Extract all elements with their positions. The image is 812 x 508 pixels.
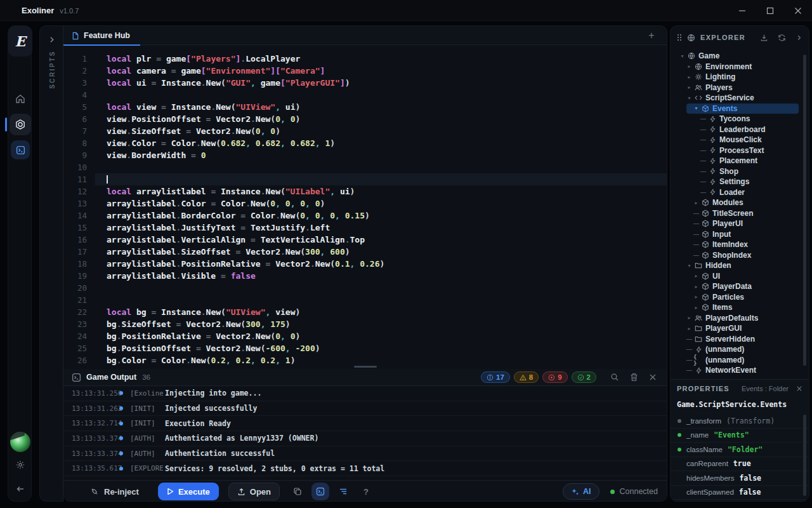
reinject-button[interactable]: Re-inject [90,487,139,497]
code-line[interactable]: 25bg.PositionOffset = Vector2.New(-600, … [63,342,667,354]
console-icon[interactable] [11,140,30,159]
close-output-icon[interactable] [649,373,657,381]
tree-item-lighting[interactable]: ▸Lighting [671,72,809,83]
tree-item-mouseclick[interactable]: —MouseClick [671,135,809,145]
code-line[interactable]: 26bg.Color = Color.New(0.2, 0.2, 0.2, 1) [63,354,667,366]
log-row[interactable]: 13:13:32.714[INIT]Execution Ready [63,416,667,431]
code-line[interactable]: 24bg.PositionRelative = Vector2.New(0, 0… [63,330,667,342]
code-line[interactable]: 8view.Color = Color.New(0.682, 0.682, 0.… [63,137,667,149]
open-button[interactable]: Open [228,483,280,500]
code-line[interactable]: 10 [63,161,667,173]
collapse-panel-icon[interactable] [796,34,802,41]
chevron-right-icon[interactable]: ▸ [692,305,700,311]
avatar[interactable] [10,432,30,452]
code-line[interactable]: 4 [63,89,667,101]
log-row[interactable]: 13:13:33.374[AUTH]Authenticated as Lenny… [63,431,667,446]
tree-item--unnamed-[interactable]: —{ }(unnamed) [671,355,809,366]
code-line[interactable]: 14arraylistlabel.BorderColor = Color.New… [63,210,667,222]
tree-item-scriptservice[interactable]: ▾ScriptService [671,93,809,104]
property-row-name[interactable]: _name"Events" [671,429,809,443]
tree-item-tycoons[interactable]: —Tycoons [671,114,809,124]
properties-scrollbar[interactable] [803,415,806,496]
log-list-icon[interactable] [334,483,352,500]
tree-item-events[interactable]: ▾Events [671,104,809,114]
close-button[interactable] [784,0,812,21]
code-line[interactable]: 19arraylistlabel.Visible = false [63,270,667,282]
tab-feature-hub[interactable]: Feature Hub [63,26,140,45]
code-line[interactable]: 13arraylistlabel.Color = Color.New(0, 0,… [63,197,667,210]
tree-item-shopindex[interactable]: —ShopIndex [671,250,809,261]
tree-item-loader[interactable]: —Loader [671,187,809,198]
code-line[interactable]: 3local ui = Instance.New("GUI", game["Pl… [63,77,667,89]
home-icon[interactable] [8,93,32,105]
chevron-down-icon[interactable]: ▾ [685,263,693,269]
tree-item-playerdata[interactable]: ▸PlayerData [671,281,809,292]
executor-icon[interactable] [10,114,31,135]
help-icon[interactable]: ? [357,483,375,500]
tree-item-settings[interactable]: —Settings [671,177,809,187]
tree-item-playergui[interactable]: ▸PlayerGUI [671,323,809,334]
property-row-transform[interactable]: _transform(Transform) [671,414,809,429]
tree-item-processtext[interactable]: —ProcessText [671,145,809,156]
search-icon[interactable] [610,373,619,382]
code-line[interactable]: 6view.PositionOffset = Vector2.New(0, 0) [63,113,667,125]
chevron-right-icon[interactable]: ▸ [685,84,693,90]
copy-icon[interactable] [289,483,306,500]
code-line[interactable]: 2local camera = game["Environment"]["Cam… [63,65,667,77]
property-row-clientSpawned[interactable]: clientSpawnedfalse [671,486,809,500]
property-row-className[interactable]: className"Folder" [671,443,809,457]
tree-item-game[interactable]: ▾Game [671,51,809,62]
tree-item-environment[interactable]: ▸Environment [671,62,809,72]
log-row[interactable]: 13:13:33.374[AUTH]Authentication success… [63,446,667,462]
code-line[interactable]: 1local plr = game["Players"].LocalPlayer [63,53,667,65]
tree-item-titlescreen[interactable]: —TitleScreen [671,208,809,219]
code-line[interactable]: 15arraylistlabel.JustifyText = TextJusti… [63,222,667,234]
tree-item-players[interactable]: ▸Players [671,83,809,93]
log-row[interactable]: 13:13:35.617[EXPLORER]Services: 9 resolv… [63,461,667,476]
tree-item-ui[interactable]: ▸UI [671,271,809,282]
expand-scripts-icon[interactable] [48,36,56,44]
property-row-shared[interactable]: shared(DynValue) [671,500,809,502]
tree-item-playerui[interactable]: —PlayerUI [671,218,809,229]
maximize-button[interactable] [756,0,784,21]
log-row[interactable]: 13:13:31.262[INIT]Injected successfully [63,401,667,417]
tree-item-shop[interactable]: —Shop [671,166,809,177]
resize-handle[interactable] [354,366,377,368]
code-line[interactable]: 23bg.SizeOffset = Vector2.New(300, 175) [63,318,667,330]
grip-icon[interactable] [677,34,682,41]
chevron-right-icon[interactable]: ▸ [685,74,693,80]
code-line[interactable]: 16arraylistlabel.VerticalAlign = TextVer… [63,234,667,246]
tree-item-itemindex[interactable]: —ItemIndex [671,239,809,250]
code-line[interactable]: 7view.SizeOffset = Vector2.New(0, 0) [63,125,667,137]
tree-item-modules[interactable]: ▸Modules [671,197,809,208]
chevron-down-icon[interactable]: ▾ [685,95,693,101]
warning-count-badge[interactable]: 8 [514,371,539,383]
chevron-right-icon[interactable]: ▸ [685,64,693,69]
tree-item--unnamed-[interactable]: —(unnamed) [671,344,809,355]
property-row-hidesMembers[interactable]: hidesMembersfalse [671,471,809,486]
tree-item-leaderboard[interactable]: —Leaderboard [671,124,809,135]
code-line[interactable]: 17arraylistlabel.SizeOffset = Vector2.Ne… [63,246,667,258]
code-editor[interactable]: 1local plr = game["Players"].LocalPlayer… [63,45,667,368]
code-line[interactable]: 18arraylistlabel.PositionRelative = Vect… [63,258,667,270]
tree-item-placement[interactable]: —Placement [671,156,809,166]
property-row-canReparent[interactable]: canReparenttrue [671,457,809,472]
execute-button[interactable]: Execute [158,483,219,500]
back-arrow-icon[interactable] [8,484,32,494]
settings-gear-icon[interactable] [8,460,32,470]
success-count-badge[interactable]: 2 [572,371,596,383]
code-line[interactable]: 22local bg = Instance.New("UIView", view… [63,306,667,318]
log-row[interactable]: 13:13:31.250[Exoliner]Injecting into gam… [63,386,667,401]
tree-item-input[interactable]: —Input [671,229,809,240]
chevron-right-icon[interactable]: ▸ [685,315,693,321]
chevron-right-icon[interactable]: ▸ [685,326,693,331]
error-count-badge[interactable]: 9 [542,371,567,383]
tree-item-serverhidden[interactable]: —ServerHidden [671,334,809,345]
download-icon[interactable] [760,34,768,42]
close-properties-icon[interactable] [796,385,802,392]
new-tab-icon[interactable]: + [645,29,658,42]
minimize-button[interactable] [728,0,756,21]
code-line[interactable]: 11 [63,173,667,185]
tree-item-playerdefaults[interactable]: ▸PlayerDefaults [671,313,809,324]
chevron-right-icon[interactable]: ▸ [692,284,700,290]
